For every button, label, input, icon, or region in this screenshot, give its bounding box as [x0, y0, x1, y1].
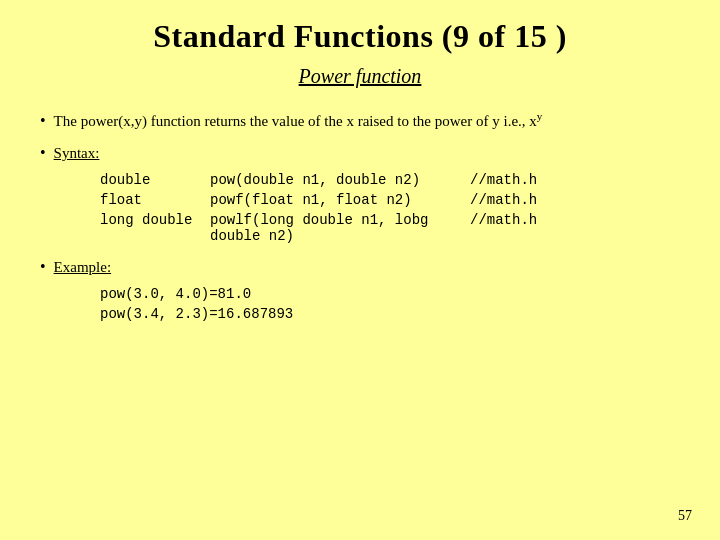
syntax-type-1: double: [100, 172, 210, 188]
bullet-example: • Example: pow(3.0, 4.0)=81.0 pow(3.4, 2…: [40, 258, 680, 322]
main-title: Standard Functions (9 of 15 ): [40, 18, 680, 55]
syntax-func-1: pow(double n1, double n2): [210, 172, 470, 188]
desc-text: The power(x,y) function returns the valu…: [54, 110, 543, 130]
syntax-row-1: double pow(double n1, double n2) //math.…: [100, 172, 680, 188]
syntax-comment-1: //math.h: [470, 172, 680, 188]
page: Standard Functions (9 of 15 ) Power func…: [0, 0, 720, 540]
syntax-comment-3: //math.h: [470, 212, 680, 244]
bullet-line-syntax: • Syntax:: [40, 144, 680, 162]
bullet-description: • The power(x,y) function returns the va…: [40, 110, 680, 130]
syntax-func-2: powf(float n1, float n2): [210, 192, 470, 208]
bullet-dot-2: •: [40, 144, 46, 162]
syntax-row-3: long double powlf(long double n1, lobg d…: [100, 212, 680, 244]
example-line-2: pow(3.4, 2.3)=16.687893: [100, 306, 680, 322]
syntax-row-2: float powf(float n1, float n2) //math.h: [100, 192, 680, 208]
sub-title: Power function: [40, 65, 680, 88]
title-pagination: (9 of 15 ): [442, 18, 567, 54]
bullet-line-desc: • The power(x,y) function returns the va…: [40, 110, 680, 130]
bullet-dot-3: •: [40, 258, 46, 276]
desc-main-text: The power(x,y) function returns the valu…: [54, 113, 537, 129]
bullet-line-example: • Example:: [40, 258, 680, 276]
page-number: 57: [678, 508, 692, 524]
syntax-label: Syntax:: [54, 145, 100, 162]
example-block: pow(3.0, 4.0)=81.0 pow(3.4, 2.3)=16.6878…: [100, 286, 680, 322]
syntax-table: double pow(double n1, double n2) //math.…: [100, 172, 680, 244]
bullet-syntax: • Syntax: double pow(double n1, double n…: [40, 144, 680, 244]
desc-superscript: y: [537, 110, 543, 122]
syntax-comment-2: //math.h: [470, 192, 680, 208]
pagination-text: (9 of 15 ): [442, 18, 567, 54]
title-text: Standard Functions: [153, 18, 433, 54]
example-label: Example:: [54, 259, 111, 276]
syntax-func-3: powlf(long double n1, lobg double n2): [210, 212, 470, 244]
bullet-dot-1: •: [40, 112, 46, 130]
syntax-type-3: long double: [100, 212, 210, 244]
syntax-type-2: float: [100, 192, 210, 208]
example-line-1: pow(3.0, 4.0)=81.0: [100, 286, 680, 302]
